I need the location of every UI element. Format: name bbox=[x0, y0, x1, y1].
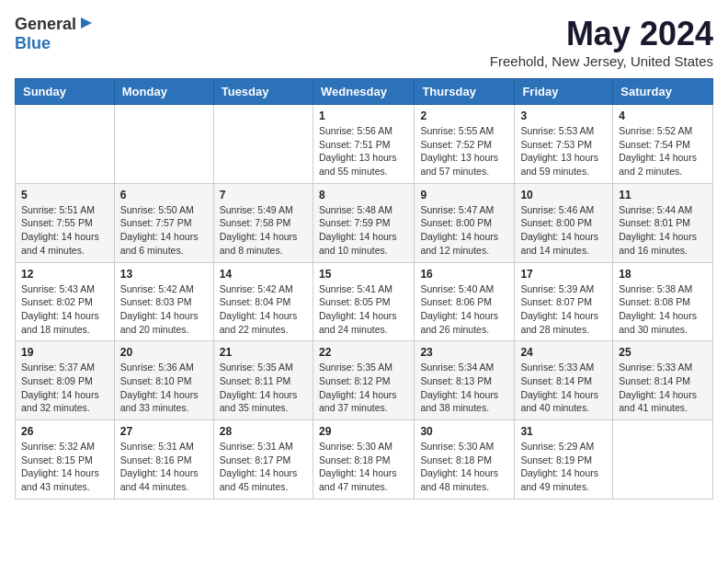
calendar-cell: 12Sunrise: 5:43 AMSunset: 8:02 PMDayligh… bbox=[16, 262, 115, 341]
daylight-hours-value: and 35 minutes. bbox=[220, 402, 289, 413]
sunset-info: Sunset: 8:05 PM bbox=[319, 296, 391, 307]
daylight-hours-label: Daylight: 14 hours bbox=[619, 310, 697, 321]
daylight-hours-value: and 45 minutes. bbox=[220, 481, 289, 492]
sunset-info: Sunset: 8:11 PM bbox=[220, 375, 291, 386]
day-number: 1 bbox=[319, 109, 408, 122]
svg-marker-0 bbox=[81, 17, 92, 29]
calendar-cell: 2Sunrise: 5:55 AMSunset: 7:52 PMDaylight… bbox=[415, 105, 515, 184]
calendar-week-4: 19Sunrise: 5:37 AMSunset: 8:09 PMDayligh… bbox=[16, 341, 713, 420]
sunrise-info: Sunrise: 5:37 AM bbox=[21, 362, 95, 373]
calendar-cell: 4Sunrise: 5:52 AMSunset: 7:54 PMDaylight… bbox=[613, 105, 713, 184]
calendar-week-3: 12Sunrise: 5:43 AMSunset: 8:02 PMDayligh… bbox=[16, 262, 713, 341]
day-number: 7 bbox=[220, 189, 307, 201]
day-number: 25 bbox=[619, 346, 707, 359]
sunrise-info: Sunrise: 5:41 AM bbox=[319, 283, 392, 294]
daylight-hours-value: and 22 minutes. bbox=[220, 324, 289, 335]
daylight-hours-value: and 47 minutes. bbox=[319, 481, 388, 492]
calendar-week-1: 1Sunrise: 5:56 AMSunset: 7:51 PMDaylight… bbox=[16, 105, 713, 184]
header: General Blue May 2024 Freehold, New Jers… bbox=[15, 15, 713, 69]
sunset-info: Sunset: 8:16 PM bbox=[120, 454, 192, 465]
sunset-info: Sunset: 7:52 PM bbox=[420, 139, 492, 150]
day-number: 15 bbox=[319, 268, 408, 281]
calendar-cell: 3Sunrise: 5:53 AMSunset: 7:53 PMDaylight… bbox=[515, 105, 613, 184]
sunset-info: Sunset: 8:04 PM bbox=[220, 296, 291, 307]
daylight-hours-value: and 37 minutes. bbox=[319, 402, 388, 413]
sunrise-info: Sunrise: 5:33 AM bbox=[619, 362, 692, 373]
weekday-header-row: SundayMondayTuesdayWednesdayThursdayFrid… bbox=[16, 79, 713, 105]
day-number: 19 bbox=[21, 346, 108, 359]
sunset-info: Sunset: 8:09 PM bbox=[21, 375, 93, 386]
calendar-cell: 25Sunrise: 5:33 AMSunset: 8:14 PMDayligh… bbox=[613, 341, 713, 420]
sunrise-info: Sunrise: 5:39 AM bbox=[520, 283, 594, 294]
daylight-hours-value: and 32 minutes. bbox=[21, 402, 90, 413]
day-number: 20 bbox=[120, 346, 208, 359]
sunrise-info: Sunrise: 5:46 AM bbox=[520, 204, 594, 215]
daylight-hours-label: Daylight: 14 hours bbox=[520, 310, 598, 321]
day-number: 16 bbox=[420, 268, 508, 281]
daylight-hours-label: Daylight: 14 hours bbox=[220, 310, 298, 321]
day-number: 14 bbox=[220, 268, 307, 281]
day-number: 9 bbox=[420, 189, 508, 201]
calendar-cell: 27Sunrise: 5:31 AMSunset: 8:16 PMDayligh… bbox=[114, 420, 213, 500]
sunrise-info: Sunrise: 5:35 AM bbox=[319, 362, 392, 373]
daylight-hours-value: and 48 minutes. bbox=[420, 481, 489, 492]
daylight-hours-label: Daylight: 14 hours bbox=[120, 467, 199, 478]
day-number: 2 bbox=[420, 109, 508, 122]
day-number: 21 bbox=[220, 346, 307, 359]
calendar-table: SundayMondayTuesdayWednesdayThursdayFrid… bbox=[15, 78, 713, 500]
weekday-wednesday: Wednesday bbox=[313, 79, 414, 105]
sunrise-info: Sunrise: 5:48 AM bbox=[319, 204, 392, 215]
day-number: 31 bbox=[520, 425, 607, 438]
sunrise-info: Sunrise: 5:42 AM bbox=[220, 283, 293, 294]
daylight-hours-value: and 55 minutes. bbox=[319, 166, 388, 177]
logo-blue: Blue bbox=[15, 34, 51, 53]
daylight-hours-label: Daylight: 14 hours bbox=[420, 389, 498, 400]
daylight-hours-value: and 59 minutes. bbox=[520, 166, 589, 177]
sunrise-info: Sunrise: 5:36 AM bbox=[120, 362, 194, 373]
daylight-hours-label: Daylight: 14 hours bbox=[520, 389, 598, 400]
calendar-week-5: 26Sunrise: 5:32 AMSunset: 8:15 PMDayligh… bbox=[16, 420, 713, 500]
day-number: 24 bbox=[520, 346, 607, 359]
day-number: 30 bbox=[420, 425, 508, 438]
sunrise-info: Sunrise: 5:56 AM bbox=[319, 125, 392, 136]
day-number: 13 bbox=[120, 268, 208, 281]
sunset-info: Sunset: 7:59 PM bbox=[319, 217, 391, 228]
daylight-hours-label: Daylight: 14 hours bbox=[319, 389, 397, 400]
sunset-info: Sunset: 8:07 PM bbox=[520, 296, 592, 307]
daylight-hours-value: and 16 minutes. bbox=[619, 245, 688, 256]
daylight-hours-label: Daylight: 14 hours bbox=[619, 389, 697, 400]
sunset-info: Sunset: 8:18 PM bbox=[319, 454, 391, 465]
sunset-info: Sunset: 8:15 PM bbox=[21, 454, 93, 465]
calendar-cell: 24Sunrise: 5:33 AMSunset: 8:14 PMDayligh… bbox=[515, 341, 613, 420]
sunrise-info: Sunrise: 5:34 AM bbox=[420, 362, 494, 373]
sunrise-info: Sunrise: 5:42 AM bbox=[120, 283, 194, 294]
daylight-hours-label: Daylight: 14 hours bbox=[619, 231, 697, 242]
calendar-cell: 10Sunrise: 5:46 AMSunset: 8:00 PMDayligh… bbox=[515, 183, 613, 262]
day-number: 3 bbox=[520, 109, 607, 122]
sunset-info: Sunset: 7:54 PM bbox=[619, 139, 690, 150]
sunrise-info: Sunrise: 5:30 AM bbox=[319, 441, 392, 452]
sunset-info: Sunset: 8:00 PM bbox=[420, 217, 492, 228]
daylight-hours-value: and 26 minutes. bbox=[420, 324, 489, 335]
calendar-cell: 18Sunrise: 5:38 AMSunset: 8:08 PMDayligh… bbox=[613, 262, 713, 341]
weekday-friday: Friday bbox=[515, 79, 613, 105]
sunset-info: Sunset: 7:53 PM bbox=[520, 139, 592, 150]
calendar-cell: 22Sunrise: 5:35 AMSunset: 8:12 PMDayligh… bbox=[313, 341, 414, 420]
sunrise-info: Sunrise: 5:55 AM bbox=[420, 125, 494, 136]
weekday-monday: Monday bbox=[114, 79, 213, 105]
sunset-info: Sunset: 7:58 PM bbox=[220, 217, 291, 228]
daylight-hours-value: and 14 minutes. bbox=[520, 245, 589, 256]
daylight-hours-value: and 10 minutes. bbox=[319, 245, 388, 256]
sunrise-info: Sunrise: 5:31 AM bbox=[220, 441, 293, 452]
calendar-cell: 26Sunrise: 5:32 AMSunset: 8:15 PMDayligh… bbox=[16, 420, 115, 500]
logo-triangle-icon bbox=[79, 16, 94, 34]
sunrise-info: Sunrise: 5:31 AM bbox=[120, 441, 194, 452]
day-number: 12 bbox=[21, 268, 108, 281]
daylight-hours-label: Daylight: 13 hours bbox=[420, 152, 498, 163]
daylight-hours-value: and 41 minutes. bbox=[619, 402, 688, 413]
sunset-info: Sunset: 7:57 PM bbox=[120, 217, 192, 228]
daylight-hours-value: and 18 minutes. bbox=[21, 324, 90, 335]
daylight-hours-label: Daylight: 13 hours bbox=[520, 152, 598, 163]
sunset-info: Sunset: 8:12 PM bbox=[319, 375, 391, 386]
sunset-info: Sunset: 8:14 PM bbox=[520, 375, 592, 386]
